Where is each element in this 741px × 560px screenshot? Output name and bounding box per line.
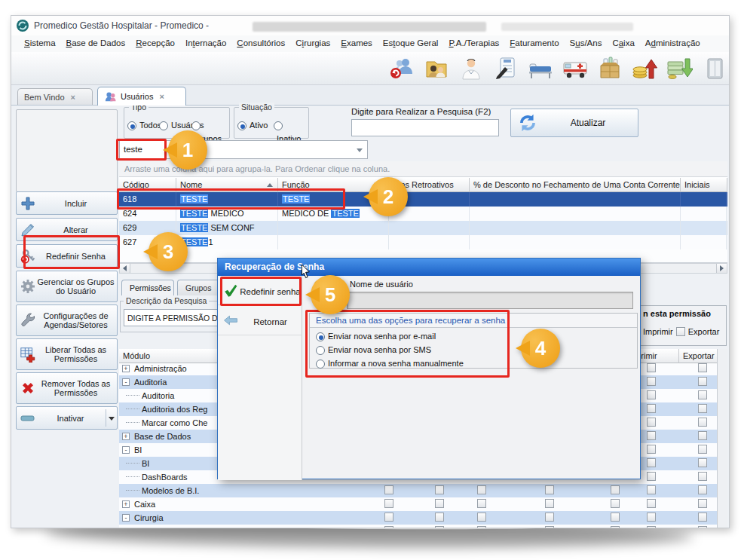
- permission-checkbox[interactable]: [698, 377, 707, 387]
- vertical-scrollbar[interactable]: [717, 349, 727, 528]
- radio-tipo-todos[interactable]: Todos: [127, 118, 161, 132]
- permission-checkbox[interactable]: [384, 513, 393, 523]
- permission-checkbox[interactable]: [647, 445, 656, 455]
- permission-checkbox[interactable]: [611, 499, 620, 510]
- permission-checkbox[interactable]: [477, 526, 486, 528]
- tab-bem-vindo[interactable]: Bem Vindo×: [17, 88, 93, 105]
- chevron-down-icon[interactable]: [357, 148, 363, 152]
- permission-checkbox[interactable]: [698, 499, 707, 510]
- permission-checkbox[interactable]: [477, 485, 486, 496]
- doctor-icon[interactable]: [456, 54, 486, 83]
- permission-checkbox[interactable]: [698, 363, 707, 374]
- permission-checkbox[interactable]: [698, 485, 707, 496]
- search-input[interactable]: [351, 119, 499, 136]
- permission-checkbox[interactable]: [435, 513, 444, 523]
- menu-item-cirurgias[interactable]: Cirurgias: [290, 36, 335, 50]
- menu-item-sus-ans[interactable]: Sus/Ans: [565, 36, 608, 50]
- permission-checkbox[interactable]: [647, 404, 656, 415]
- permission-checkbox[interactable]: [698, 458, 707, 469]
- permission-checkbox[interactable]: [647, 499, 656, 510]
- hospital-bed-icon[interactable]: [525, 54, 556, 83]
- permission-checkbox[interactable]: [698, 431, 707, 442]
- permission-checkbox[interactable]: [477, 499, 486, 510]
- menu-item-internacao[interactable]: Internação: [180, 36, 231, 50]
- permission-checkbox[interactable]: [698, 418, 707, 428]
- permission-checkbox[interactable]: [647, 526, 656, 528]
- permission-checkbox[interactable]: [545, 499, 554, 510]
- permission-checkbox[interactable]: [698, 445, 707, 455]
- ambulance-icon[interactable]: [560, 54, 590, 83]
- tree-expand-icon[interactable]: -: [122, 446, 130, 454]
- permission-checkbox[interactable]: [611, 526, 620, 528]
- permission-checkbox[interactable]: [384, 485, 393, 496]
- menu-item-consultorios[interactable]: Consultórios: [231, 36, 290, 50]
- payment-down-icon[interactable]: [664, 54, 694, 83]
- column-header-de-desconto-no-fechamento-de-uma-conta-corrente[interactable]: % de Desconto no Fechamento de Uma Conta…: [470, 178, 681, 192]
- bulk-exportar-checkbox[interactable]: [676, 327, 685, 336]
- menu-item-estoque-geral[interactable]: Estoque Geral: [378, 36, 444, 50]
- permission-checkbox[interactable]: [647, 390, 656, 401]
- patients-folder-icon[interactable]: [421, 54, 452, 83]
- document-pen-icon[interactable]: [491, 54, 521, 83]
- permission-checkbox[interactable]: [384, 499, 393, 510]
- permission-checkbox[interactable]: [647, 363, 656, 374]
- menu-item-exames[interactable]: Exames: [335, 36, 378, 50]
- scroll-right-button[interactable]: [716, 264, 727, 273]
- menu-item-recepcao[interactable]: Recepção: [130, 36, 180, 50]
- permission-checkbox[interactable]: [647, 418, 656, 428]
- menu-item-base-de-dados[interactable]: Base de Dados: [61, 36, 131, 50]
- ledger-icon[interactable]: [699, 54, 729, 83]
- sidebar-button-configuracoes-de-agendas-setores[interactable]: Configurações de Agendas/Setores: [16, 304, 118, 336]
- permission-checkbox[interactable]: [647, 458, 656, 469]
- permission-checkbox[interactable]: [698, 404, 707, 415]
- permission-checkbox[interactable]: [698, 526, 707, 528]
- tree-expand-icon[interactable]: +: [122, 433, 130, 440]
- atualizar-button[interactable]: Atualizar: [510, 109, 638, 137]
- permission-checkbox[interactable]: [435, 485, 444, 496]
- tree-expand-icon[interactable]: -: [122, 514, 130, 522]
- permission-checkbox[interactable]: [647, 431, 656, 442]
- radio-situacao-ativo[interactable]: Ativo: [237, 118, 268, 132]
- menu-item-faturamento[interactable]: Faturamento: [504, 36, 564, 50]
- tree-expand-icon[interactable]: +: [122, 365, 130, 372]
- permission-checkbox[interactable]: [611, 513, 620, 523]
- permission-checkbox[interactable]: [545, 485, 554, 496]
- permission-checkbox[interactable]: [384, 526, 393, 528]
- permission-checkbox[interactable]: [477, 513, 486, 523]
- tree-row-caixa[interactable]: +Caixa: [119, 497, 727, 511]
- menu-item-administracao[interactable]: Administração: [640, 36, 706, 50]
- revenue-up-icon[interactable]: [629, 54, 660, 83]
- scroll-left-button[interactable]: [120, 264, 130, 273]
- tab-usuarios[interactable]: Usuários×: [97, 87, 186, 106]
- permission-checkbox[interactable]: [698, 513, 707, 523]
- column-header-iniciais[interactable]: Iniciais: [681, 178, 727, 192]
- permission-checkbox[interactable]: [647, 513, 656, 523]
- tree-expand-icon[interactable]: +: [122, 500, 130, 508]
- table-row[interactable]: 627TESTE1: [119, 235, 727, 249]
- sidebar-button-incluir[interactable]: Incluir: [16, 191, 118, 215]
- tab-permissoes[interactable]: Permissões: [121, 280, 174, 295]
- permission-checkbox[interactable]: [545, 526, 554, 528]
- nome-usuario-field[interactable]: [347, 292, 633, 309]
- tab-close-icon[interactable]: ×: [71, 93, 75, 102]
- sidebar-button-remover-todas-as-permissoes[interactable]: Remover Todas as Permissões: [16, 372, 118, 404]
- sidebar-button-liberar-todas-as-permissoes[interactable]: Liberar Todas as Permissões: [16, 338, 118, 370]
- sidebar-button-gerenciar-os-grupos-do-usuario[interactable]: Gerenciar os Grupos do Usuário: [16, 271, 118, 302]
- tab-close-icon[interactable]: ×: [159, 92, 164, 101]
- table-row[interactable]: 629TESTE SEM CONF: [119, 221, 727, 235]
- permission-checkbox[interactable]: [611, 485, 620, 496]
- sidebar-button-inativar[interactable]: Inativar: [16, 406, 118, 430]
- dialog-button-retornar[interactable]: Retornar: [218, 308, 302, 335]
- tree-row-modelos-de-b-i[interactable]: Modelos de B.I.: [119, 484, 727, 497]
- tree-row-descricao-da-cirurgia[interactable]: Descrição da Cirurgia: [119, 525, 727, 528]
- chevron-down-icon[interactable]: [109, 417, 115, 421]
- permission-checkbox[interactable]: [545, 513, 554, 523]
- permission-checkbox[interactable]: [698, 390, 707, 401]
- tree-row-cirurgia[interactable]: -Cirurgia: [119, 511, 727, 525]
- permission-checkbox[interactable]: [647, 485, 656, 496]
- users-sync-icon[interactable]: [387, 54, 417, 83]
- permission-checkbox[interactable]: [435, 499, 444, 510]
- permission-checkbox[interactable]: [698, 472, 707, 482]
- tree-expand-icon[interactable]: -: [122, 378, 130, 386]
- menu-item-sistema[interactable]: Sistema: [19, 36, 61, 50]
